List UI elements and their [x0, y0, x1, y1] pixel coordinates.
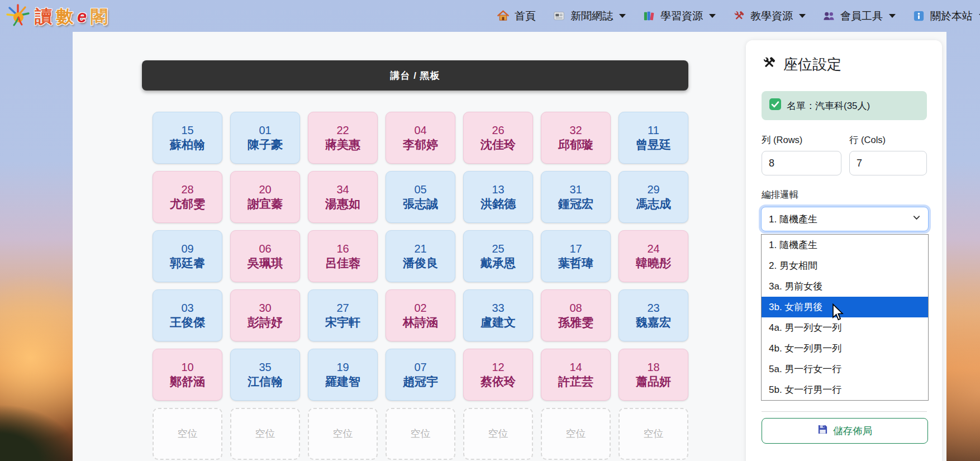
- seat-17[interactable]: 17葉哲瑋: [541, 230, 611, 282]
- empty-seat[interactable]: 空位: [541, 408, 611, 460]
- nav-item-label: 會員工具: [840, 9, 883, 23]
- seat-23[interactable]: 23魏嘉宏: [619, 289, 688, 341]
- seat-student-name: 宋宇軒: [325, 315, 360, 330]
- empty-seat[interactable]: 空位: [463, 408, 533, 460]
- logic-option-6[interactable]: 4b. 女一列男一列: [762, 338, 928, 359]
- seat-student-name: 王俊傑: [170, 315, 205, 330]
- seat-number: 09: [181, 242, 193, 256]
- empty-seat[interactable]: 空位: [153, 408, 222, 460]
- nav-item-home[interactable]: 首頁: [497, 9, 536, 23]
- caret-down-icon: [799, 14, 806, 18]
- seat-25[interactable]: 25戴承恩: [463, 230, 533, 282]
- seat-24[interactable]: 24韓曉彤: [619, 230, 688, 282]
- logic-option-2[interactable]: 2. 男女相間: [762, 255, 928, 276]
- home-icon: [497, 9, 510, 22]
- nav-item-about[interactable]: 關於本站: [912, 9, 980, 23]
- seat-number: 10: [181, 360, 193, 374]
- seat-10[interactable]: 10鄭舒涵: [153, 349, 222, 401]
- info-icon: [912, 9, 925, 22]
- seat-34[interactable]: 34湯惠如: [308, 171, 378, 223]
- site-logo[interactable]: 讀數e閣: [4, 2, 112, 31]
- seat-27[interactable]: 27宋宇軒: [308, 289, 378, 341]
- nav-item-learn[interactable]: 學習資源: [643, 9, 716, 23]
- logic-option-1[interactable]: 1. 隨機產生: [762, 235, 928, 255]
- seat-student-name: 魏嘉宏: [636, 315, 671, 330]
- seat-29[interactable]: 29馮志成: [619, 171, 688, 223]
- seat-11[interactable]: 11曾昱廷: [619, 112, 688, 164]
- seat-32[interactable]: 32邱郁璇: [541, 112, 611, 164]
- seat-18[interactable]: 18蕭品妍: [619, 349, 688, 401]
- top-navbar: 讀數e閣 首頁新聞網誌學習資源教學資源會員工具關於本站: [0, 0, 980, 32]
- empty-seat[interactable]: 空位: [230, 408, 300, 460]
- seat-31[interactable]: 31鍾冠宏: [541, 171, 611, 223]
- seat-number: 26: [492, 123, 504, 137]
- seat-21[interactable]: 21潘俊良: [386, 230, 455, 282]
- empty-seat[interactable]: 空位: [619, 408, 688, 460]
- seat-09[interactable]: 09郭廷睿: [153, 230, 222, 282]
- seat-33[interactable]: 33盧建文: [463, 289, 533, 341]
- seat-12[interactable]: 12蔡依玲: [463, 349, 533, 401]
- roster-alert: 名單：汽車科(35人): [762, 91, 927, 120]
- caret-down-icon: [709, 14, 716, 18]
- seat-35[interactable]: 35江信翰: [230, 349, 300, 401]
- nav-menu: 首頁新聞網誌學習資源教學資源會員工具關於本站: [497, 0, 980, 32]
- nav-item-label: 教學資源: [750, 9, 793, 23]
- seat-03[interactable]: 03王俊傑: [153, 289, 222, 341]
- seat-student-name: 趙冠宇: [403, 374, 438, 389]
- cols-label: 行 (Cols): [849, 134, 886, 146]
- seat-student-name: 陳子豪: [248, 137, 283, 152]
- seat-28[interactable]: 28尤郁雯: [153, 171, 222, 223]
- rows-input[interactable]: [762, 151, 841, 175]
- seat-number: 16: [336, 242, 349, 256]
- seat-13[interactable]: 13洪銘德: [463, 171, 533, 223]
- logic-option-7[interactable]: 5a. 男一行女一行: [762, 359, 928, 379]
- seat-22[interactable]: 22蔣美惠: [308, 112, 378, 164]
- empty-seat[interactable]: 空位: [308, 408, 378, 460]
- cols-input[interactable]: [849, 151, 927, 175]
- seat-15[interactable]: 15蘇柏翰: [153, 112, 222, 164]
- seat-08[interactable]: 08孫雅雯: [541, 289, 611, 341]
- seat-01[interactable]: 01陳子豪: [230, 112, 300, 164]
- seat-26[interactable]: 26沈佳玲: [463, 112, 533, 164]
- seat-student-name: 鍾冠宏: [558, 197, 593, 211]
- seat-number: 11: [648, 123, 659, 137]
- logic-select[interactable]: 1. 隨機產生: [761, 207, 929, 231]
- seat-student-name: 許芷芸: [558, 374, 593, 389]
- seat-number: 01: [259, 123, 271, 137]
- seat-06[interactable]: 06吳珮琪: [230, 230, 300, 282]
- logic-option-4[interactable]: 3b. 女前男後: [762, 297, 928, 317]
- seat-number: 15: [181, 123, 193, 137]
- logic-option-3[interactable]: 3a. 男前女後: [762, 276, 928, 297]
- seat-student-name: 尤郁雯: [170, 197, 205, 211]
- news-icon: [553, 9, 565, 22]
- logic-option-8[interactable]: 5b. 女一行男一行: [762, 379, 928, 400]
- seat-number: 06: [259, 242, 271, 256]
- seat-student-name: 李郁婷: [403, 137, 438, 152]
- floppy-save-icon: [817, 424, 828, 438]
- nav-item-member[interactable]: 會員工具: [822, 9, 896, 23]
- save-layout-button[interactable]: 儲存佈局: [762, 418, 928, 444]
- seat-05[interactable]: 05張志誠: [386, 171, 455, 223]
- seat-20[interactable]: 20謝宜蓁: [230, 171, 300, 223]
- seat-07[interactable]: 07趙冠宇: [386, 349, 455, 401]
- seat-14[interactable]: 14許芷芸: [541, 349, 611, 401]
- chevron-down-icon: [912, 213, 921, 225]
- nav-item-teach[interactable]: 教學資源: [732, 9, 806, 23]
- seat-student-name: 蘇柏翰: [170, 137, 205, 152]
- seat-number: 30: [259, 301, 271, 315]
- nav-item-label: 學習資源: [660, 9, 703, 23]
- seat-30[interactable]: 30彭詩妤: [230, 289, 300, 341]
- seat-number: 24: [647, 242, 659, 256]
- logic-label: 編排邏輯: [762, 189, 798, 201]
- logic-option-5[interactable]: 4a. 男一列女一列: [762, 317, 928, 338]
- empty-seat[interactable]: 空位: [386, 408, 455, 460]
- seat-student-name: 馮志成: [636, 197, 671, 211]
- seat-04[interactable]: 04李郁婷: [386, 112, 455, 164]
- seat-02[interactable]: 02林詩涵: [386, 289, 455, 341]
- seat-19[interactable]: 19羅建智: [308, 349, 378, 401]
- seat-number: 21: [414, 242, 426, 256]
- seat-student-name: 謝宜蓁: [248, 197, 283, 211]
- seat-16[interactable]: 16呂佳蓉: [308, 230, 378, 282]
- seat-student-name: 湯惠如: [325, 197, 360, 211]
- nav-item-news[interactable]: 新聞網誌: [553, 9, 626, 23]
